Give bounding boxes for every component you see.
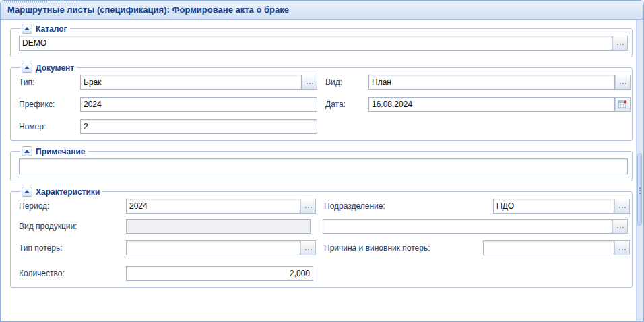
prefix-input[interactable] [80, 97, 317, 112]
characteristics-legend: Характеристики [20, 187, 102, 197]
characteristics-section: Характеристики Период: Подразделение: Ви… [10, 187, 633, 288]
ellipsis-icon [307, 83, 308, 84]
loss-type-lookup-button[interactable] [300, 240, 316, 255]
quantity-input[interactable] [126, 266, 313, 281]
period-lookup-button[interactable] [300, 199, 316, 214]
kind-lookup-button[interactable] [615, 75, 631, 90]
catalog-legend-label: Каталог [36, 24, 67, 34]
department-lookup-button[interactable] [614, 199, 630, 214]
period-label: Период: [19, 201, 126, 211]
ellipsis-icon [619, 207, 620, 208]
loss-type-input[interactable] [126, 240, 300, 255]
form-body: Каталог Документ Тип: [1, 20, 643, 322]
type-label: Тип: [19, 77, 80, 87]
chevron-up-icon [24, 150, 30, 153]
number-input[interactable] [80, 119, 317, 134]
vertical-scrollbar[interactable] [636, 20, 643, 321]
kind-label: Вид: [325, 77, 368, 87]
characteristics-legend-label: Характеристики [36, 187, 100, 197]
department-label: Подразделение: [324, 201, 493, 211]
panel-header: Маршрутные листы (спецификация): Формиро… [1, 1, 643, 20]
period-input[interactable] [126, 199, 300, 214]
date-picker-button[interactable] [615, 97, 631, 112]
loss-type-label: Тип потерь: [19, 243, 126, 253]
form-panel: Маршрутные листы (спецификация): Формиро… [0, 0, 644, 322]
note-input[interactable] [19, 158, 628, 174]
loss-reason-input[interactable] [483, 240, 614, 255]
chevron-up-icon [24, 27, 30, 30]
prefix-label: Префикс: [19, 100, 80, 109]
product-lookup-button[interactable] [612, 219, 628, 234]
date-label: Дата: [325, 100, 368, 109]
product-lookup-input[interactable] [323, 219, 612, 234]
page-title: Маршрутные листы (спецификация): Формиро… [7, 5, 289, 15]
catalog-legend: Каталог [20, 24, 70, 34]
ellipsis-icon [619, 249, 620, 250]
product-kind-label: Вид продукции: [19, 222, 126, 231]
document-legend: Документ [20, 63, 77, 73]
ellipsis-icon [305, 249, 307, 250]
chevron-up-icon [24, 190, 30, 193]
document-section: Документ Тип: Вид: Префикс: [10, 63, 633, 141]
collapse-note-button[interactable] [22, 146, 32, 156]
catalog-lookup-button[interactable] [612, 36, 628, 51]
collapse-document-button[interactable] [22, 63, 32, 73]
loss-reason-lookup-button[interactable] [614, 240, 630, 255]
catalog-section: Каталог [10, 24, 633, 57]
type-lookup-button[interactable] [302, 75, 317, 90]
number-label: Номер: [19, 122, 80, 131]
collapse-characteristics-button[interactable] [22, 187, 32, 197]
chevron-up-icon [24, 66, 30, 69]
date-input[interactable] [368, 97, 615, 112]
kind-input[interactable] [368, 75, 615, 90]
collapse-catalog-button[interactable] [22, 24, 32, 34]
note-legend: Примечание [20, 146, 88, 156]
quantity-label: Количество: [19, 269, 126, 278]
document-legend-label: Документ [36, 63, 74, 73]
ellipsis-icon [305, 207, 307, 208]
calendar-icon [618, 100, 628, 109]
scrollbar-thumb[interactable] [637, 153, 642, 226]
note-section: Примечание [10, 146, 633, 181]
ellipsis-icon [620, 83, 621, 84]
tab-edge-decoration [2, 1, 79, 3]
loss-reason-label: Причина и виновник потерь: [324, 243, 483, 253]
type-input[interactable] [80, 75, 302, 90]
note-legend-label: Примечание [36, 147, 86, 156]
product-kind-input [126, 219, 311, 234]
ellipsis-icon [617, 227, 618, 228]
ellipsis-icon [617, 44, 618, 45]
catalog-input[interactable] [19, 36, 612, 51]
department-input[interactable] [493, 199, 614, 214]
